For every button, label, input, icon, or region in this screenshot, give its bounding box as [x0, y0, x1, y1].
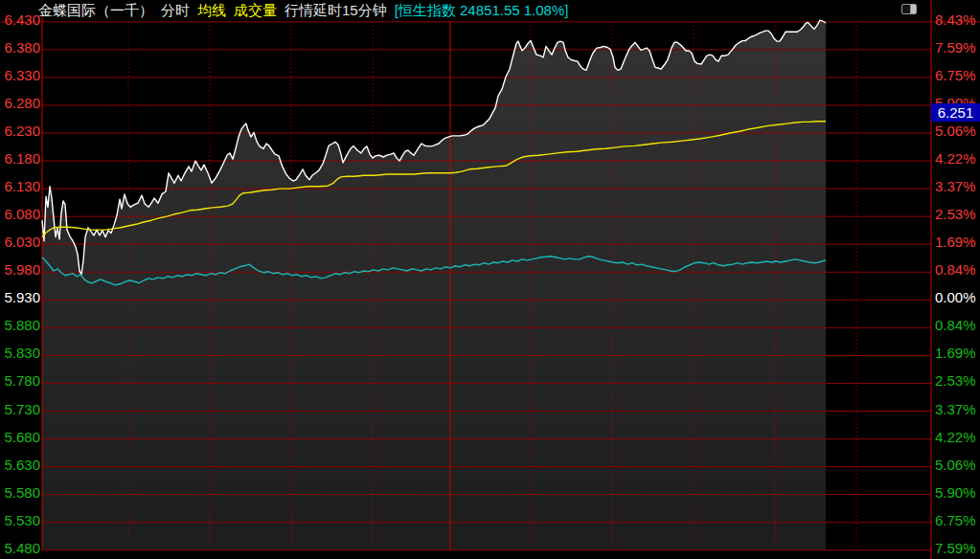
tab-intraday[interactable]: 分时 [161, 1, 190, 20]
chart-header: 金蝶国际（一千） 分时 均线 成交量 行情延时15分钟 [恒生指数 24851.… [38, 1, 576, 20]
tab-ma-line[interactable]: 均线 [197, 1, 226, 20]
avg-price-badge: 6.251 [931, 103, 980, 122]
intraday-chart[interactable] [0, 0, 980, 559]
price-area-fill [42, 20, 826, 550]
hsi-quote-link[interactable]: [恒生指数 24851.55 1.08%] [395, 1, 569, 20]
delay-notice: 行情延时15分钟 [285, 1, 387, 20]
stock-app-screen: 金蝶国际（一千） 分时 均线 成交量 行情延时15分钟 [恒生指数 24851.… [0, 0, 980, 559]
panel-toggle-icon[interactable] [901, 4, 917, 14]
tab-volume[interactable]: 成交量 [234, 1, 277, 20]
stock-title: 金蝶国际（一千） [38, 1, 153, 20]
